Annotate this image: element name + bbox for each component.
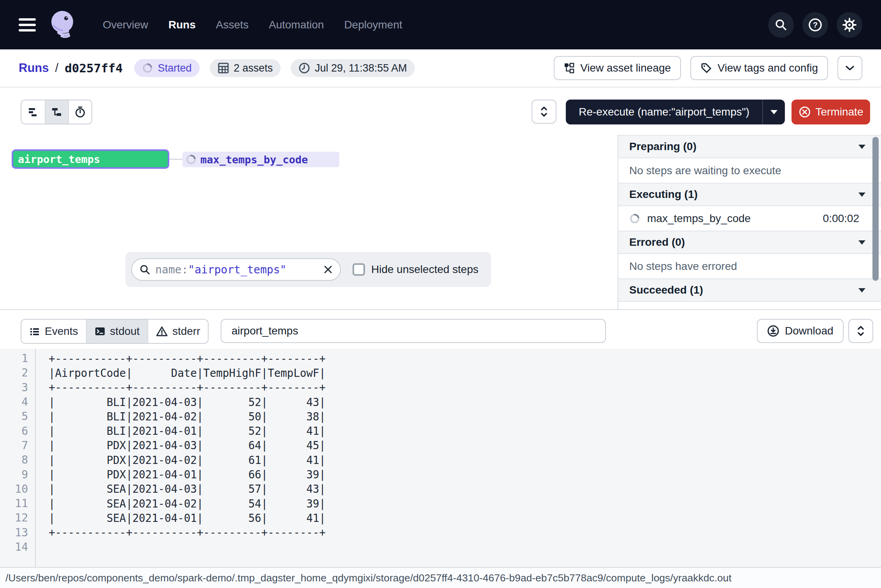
gantt-timer-view-button[interactable] — [68, 100, 91, 124]
terminate-label: Terminate — [816, 106, 863, 118]
terminal-icon — [95, 326, 105, 337]
spinner-icon — [629, 213, 640, 224]
lineage-icon — [564, 63, 575, 74]
log-line: 4| BLI|2021-04-03| 52| 43| — [0, 395, 881, 409]
caret-down-icon — [858, 145, 865, 149]
caret-down-icon — [858, 288, 865, 292]
cancel-circle-icon — [799, 106, 811, 118]
gantt-edge — [169, 159, 183, 160]
stopwatch-icon — [74, 106, 86, 118]
search-icon — [139, 264, 151, 275]
gantt-waterfall-view-button[interactable] — [45, 100, 68, 124]
asset-grid-icon — [218, 62, 229, 74]
gear-icon — [842, 18, 857, 32]
section-header-preparing[interactable]: Preparing (0) — [618, 135, 881, 158]
tab-stderr[interactable]: stderr — [147, 320, 208, 343]
nav-item-assets[interactable]: Assets — [216, 19, 249, 31]
waterfall-view-icon — [51, 106, 63, 118]
expand-vertical-icon — [540, 106, 548, 117]
gantt-section: Re-execute (name:"airport_temps") Termin… — [0, 88, 881, 309]
terminate-button[interactable]: Terminate — [791, 100, 870, 124]
hamburger-menu-icon[interactable] — [19, 18, 36, 32]
view-tags-config-button[interactable]: View tags and config — [690, 56, 828, 80]
expand-log-button[interactable] — [848, 319, 873, 343]
dagster-logo-icon[interactable] — [49, 10, 77, 40]
log-line: 6| BLI|2021-04-01| 52| 41| — [0, 424, 881, 438]
search-icon — [774, 18, 788, 32]
reexecute-button[interactable]: Re-execute (name:"airport_temps") — [566, 106, 762, 118]
run-steps-panel: Preparing (0) No steps are waiting to ex… — [618, 135, 881, 309]
help-button[interactable]: ? — [802, 12, 828, 38]
caret-down-icon — [858, 240, 865, 245]
step-filter-input[interactable] — [221, 319, 606, 343]
search-button[interactable] — [768, 12, 794, 38]
log-line: 13+-----------+----------+---------+----… — [0, 525, 881, 540]
view-asset-lineage-label: View asset lineage — [580, 62, 671, 74]
tab-stdout[interactable]: stdout — [86, 320, 147, 343]
log-line: 1+-----------+----------+---------+-----… — [0, 351, 881, 366]
section-header-succeeded[interactable]: Succeeded (1) — [618, 278, 881, 302]
breadcrumb-runs-link[interactable]: Runs — [19, 61, 49, 75]
section-title: Preparing (0) — [629, 140, 858, 153]
executing-step-row[interactable]: max_temps_by_code 0:00:02 — [618, 206, 881, 231]
reexecute-dropdown-button[interactable] — [762, 100, 785, 124]
clock-icon — [298, 62, 310, 74]
assets-badge-label: 2 assets — [234, 62, 273, 74]
status-badge: Started — [134, 59, 199, 77]
log-line: 12| SEA|2021-04-01| 56| 41| — [0, 511, 881, 525]
gantt-zoom-button[interactable] — [532, 100, 556, 124]
gantt-node-label: airport_temps — [18, 153, 100, 165]
download-icon — [767, 325, 779, 337]
search-query: "airport_temps" — [188, 263, 286, 276]
warning-triangle-icon — [156, 326, 168, 337]
stdout-log-viewer: 1+-----------+----------+---------+-----… — [0, 349, 881, 568]
gantt-node-max-temps-by-code[interactable]: max_temps_by_code — [183, 152, 339, 167]
gantt-flat-view-button[interactable] — [21, 100, 45, 124]
log-line: 3+-----------+----------+---------+-----… — [0, 380, 881, 395]
run-header: Runs / d0257ff4 Started 2 assets — [0, 49, 881, 88]
reexecute-split-button: Re-execute (name:"airport_temps") — [566, 100, 785, 124]
preparing-empty-row: No steps are waiting to execute — [618, 158, 881, 183]
nav-item-overview[interactable]: Overview — [103, 19, 148, 31]
section-header-executing[interactable]: Executing (1) — [618, 183, 881, 206]
hide-unselected-label: Hide unselected steps — [371, 263, 479, 276]
tag-icon — [700, 62, 712, 74]
caret-down-icon — [858, 192, 865, 197]
step-search-bar: name:"airport_temps" Hide unselected ste… — [125, 252, 491, 287]
top-nav: Overview Runs Assets Automation Deployme… — [0, 0, 881, 49]
tab-label: stderr — [172, 325, 200, 338]
more-actions-button[interactable] — [837, 56, 862, 80]
clear-search-icon[interactable] — [323, 264, 333, 275]
section-title: Succeeded (1) — [629, 284, 858, 296]
view-tags-config-label: View tags and config — [718, 62, 818, 74]
log-section: Events stdout stderr Download — [0, 309, 881, 567]
section-header-errored[interactable]: Errored (0) — [618, 231, 881, 254]
svg-text:?: ? — [813, 21, 818, 29]
nav-item-automation[interactable]: Automation — [269, 19, 324, 31]
status-badge-label: Started — [158, 62, 191, 74]
view-asset-lineage-button[interactable]: View asset lineage — [554, 56, 681, 80]
spinner-icon — [186, 154, 197, 165]
search-prefix: name: — [155, 263, 188, 276]
breadcrumb-separator: / — [55, 61, 59, 75]
run-id: d0257ff4 — [65, 61, 123, 75]
nav-item-runs[interactable]: Runs — [168, 19, 196, 31]
settings-button[interactable] — [837, 12, 862, 38]
timestamp-badge: Jul 29, 11:38:55 AM — [291, 59, 415, 77]
log-file-path-bar: /Users/ben/repos/components_demo/spark-d… — [0, 567, 881, 588]
timestamp-badge-label: Jul 29, 11:38:55 AM — [315, 62, 407, 74]
step-name: max_temps_by_code — [647, 212, 751, 225]
hide-unselected-checkbox[interactable] — [353, 263, 365, 276]
assets-count-badge[interactable]: 2 assets — [210, 59, 281, 77]
caret-down-icon — [770, 110, 777, 114]
log-line: 10| SEA|2021-04-03| 57| 43| — [0, 482, 881, 496]
log-line: 2|AirportCode| Date|TempHighF|TempLowF| — [0, 366, 881, 380]
download-label: Download — [785, 325, 834, 337]
nav-item-deployment[interactable]: Deployment — [344, 19, 402, 31]
panel-scrollbar[interactable] — [872, 137, 879, 281]
tab-events[interactable]: Events — [21, 320, 86, 343]
flat-view-icon — [27, 106, 39, 118]
step-search-input[interactable]: name:"airport_temps" — [131, 258, 341, 281]
gantt-node-airport-temps[interactable]: airport_temps — [12, 149, 169, 169]
download-button[interactable]: Download — [757, 319, 844, 343]
